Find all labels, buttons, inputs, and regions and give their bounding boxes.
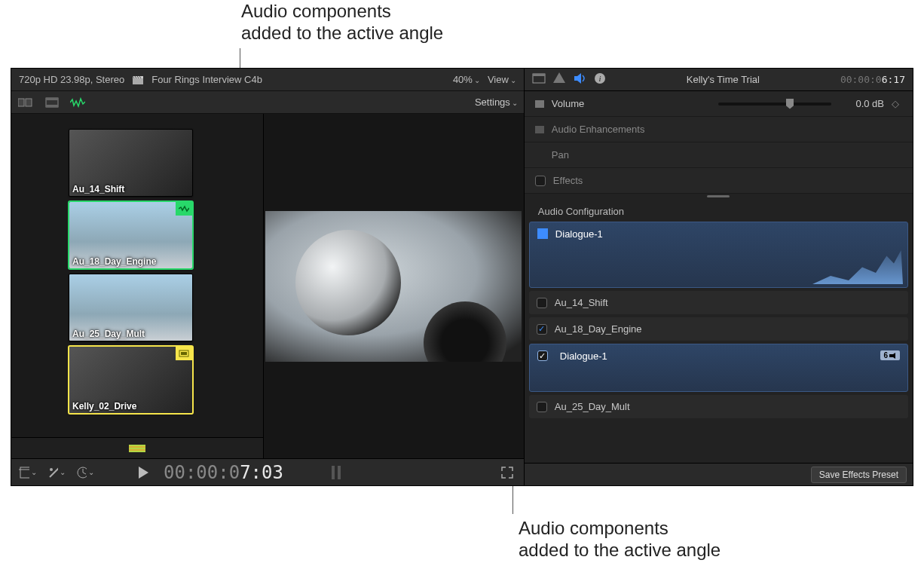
component-checkbox[interactable] xyxy=(537,350,548,361)
viewer-header: 720p HD 23.98p, Stereo Four Rings Interv… xyxy=(11,69,524,91)
angle-label: Au_25_Day_Mult xyxy=(72,329,145,339)
inspector-footer: Save Effects Preset xyxy=(525,463,913,485)
view-menu[interactable]: View⌄ xyxy=(488,74,516,85)
svg-rect-14 xyxy=(332,466,335,479)
settings-menu[interactable]: Settings⌄ xyxy=(475,96,518,108)
timecode-display[interactable]: 00:00:07:03 xyxy=(164,462,283,483)
viewer-canvas[interactable] xyxy=(264,114,524,458)
svg-rect-15 xyxy=(338,466,341,479)
angle-label: Kelly_02_Drive xyxy=(72,401,136,412)
audio-enhancements-row[interactable]: Audio Enhancements xyxy=(525,117,913,142)
generator-inspector-tab-icon[interactable] xyxy=(553,72,565,87)
callout-bottom: Audio components added to the active ang… xyxy=(519,517,805,561)
svg-text:i: i xyxy=(598,74,601,83)
audio-enhancements-label: Audio Enhancements xyxy=(552,124,645,135)
angle-footer xyxy=(11,437,263,458)
volume-label: Volume xyxy=(552,98,584,109)
viewer-frame-image xyxy=(265,211,522,362)
video-active-badge-icon xyxy=(176,347,192,360)
clapper-icon[interactable] xyxy=(132,74,144,86)
component-label: Au_25_Day_Mult xyxy=(555,401,630,412)
angle-label: Au_14_Shift xyxy=(72,184,124,194)
svg-marker-22 xyxy=(889,353,895,359)
audio-inspector-tab-icon[interactable] xyxy=(573,72,586,87)
transport-bar: ⌄ ⌄ ⌄ 00:00:07:03 xyxy=(11,458,524,485)
config-component[interactable]: Au_25_Day_Mult xyxy=(529,395,908,418)
angle-toolbar: Settings⌄ xyxy=(11,91,524,114)
format-text: 720p HD 23.98p, Stereo xyxy=(19,74,124,85)
svg-rect-8 xyxy=(181,352,187,355)
svg-rect-3 xyxy=(26,99,32,106)
volume-value: 0.0 dB xyxy=(839,98,884,109)
config-component[interactable]: Au_14_Shift xyxy=(529,291,908,314)
svg-rect-17 xyxy=(533,74,545,76)
angle-thumb[interactable]: Au_25_Day_Mult xyxy=(69,274,193,341)
component-checkbox[interactable] xyxy=(537,402,547,412)
waveform-icon[interactable] xyxy=(69,96,87,109)
angle-thumb[interactable]: Kelly_02_Drive xyxy=(69,346,193,414)
video-audio-switch-icon[interactable] xyxy=(17,96,35,109)
save-effects-preset-button[interactable]: Save Effects Preset xyxy=(811,467,907,483)
angle-thumb[interactable]: Au_14_Shift xyxy=(69,129,193,197)
effects-label: Effects xyxy=(553,175,583,186)
inspector-clip-name: Kelly's Time Trial xyxy=(687,74,760,85)
play-button[interactable] xyxy=(135,465,153,480)
pan-row[interactable]: Pan xyxy=(525,142,913,168)
disclosure-icon[interactable] xyxy=(535,126,544,133)
angle-label: Au_18_Day_Engine xyxy=(72,256,156,267)
pan-label: Pan xyxy=(552,149,569,161)
channel-badge[interactable]: 6 xyxy=(880,350,900,360)
inspector-panel: i Kelly's Time Trial 00:00:06:17 Volume … xyxy=(525,69,913,485)
svg-point-12 xyxy=(78,467,87,478)
audio-meter-icon[interactable] xyxy=(327,465,345,480)
role-color-icon xyxy=(537,228,548,239)
component-checkbox[interactable] xyxy=(537,324,547,335)
svg-marker-18 xyxy=(553,72,565,83)
subcomponent-label: Dialogue-1 xyxy=(555,350,607,362)
svg-marker-13 xyxy=(139,467,148,479)
angle-thumb[interactable]: Au_18_Day_Engine xyxy=(69,201,193,269)
effects-row[interactable]: Effects xyxy=(525,168,913,194)
svg-point-11 xyxy=(50,468,53,471)
svg-rect-9 xyxy=(20,467,29,478)
svg-rect-0 xyxy=(133,78,143,84)
config-role-label: Dialogue-1 xyxy=(555,228,603,240)
config-component[interactable]: Au_18_Day_Engine xyxy=(529,317,908,341)
inspector-header: i Kelly's Time Trial 00:00:06:17 xyxy=(525,69,913,91)
audio-config-header: Audio Configuration xyxy=(525,198,913,222)
config-subcomponent[interactable]: Dialogue-1 6 xyxy=(529,344,908,392)
zoom-menu[interactable]: 40%⌄ xyxy=(453,74,480,85)
retime-tool-icon[interactable]: ⌄ xyxy=(76,465,94,480)
audio-config-list: Dialogue-1 Au_14_Shift Au_18_Day_Engine … xyxy=(525,222,913,463)
audio-active-badge-icon xyxy=(176,202,192,216)
svg-rect-5 xyxy=(46,98,58,100)
video-inspector-tab-icon[interactable] xyxy=(532,73,546,86)
enhance-tool-icon[interactable]: ⌄ xyxy=(47,465,66,480)
filmstrip-icon[interactable] xyxy=(43,96,61,109)
waveform-thumb-icon xyxy=(812,246,903,284)
clip-title: Four Rings Interview C4b xyxy=(151,74,262,85)
fullscreen-icon[interactable] xyxy=(498,465,516,480)
crop-tool-icon[interactable]: ⌄ xyxy=(19,465,37,480)
volume-row: Volume 0.0 dB ◇ xyxy=(525,91,913,117)
angle-bank-icon[interactable] xyxy=(129,445,145,452)
component-label: Au_18_Day_Engine xyxy=(555,323,642,335)
svg-rect-2 xyxy=(18,99,24,106)
info-inspector-tab-icon[interactable]: i xyxy=(594,72,606,87)
svg-rect-21 xyxy=(537,228,548,239)
viewer-column xyxy=(264,114,524,458)
component-label: Au_14_Shift xyxy=(555,297,608,308)
disclosure-icon[interactable] xyxy=(535,100,544,108)
component-checkbox[interactable] xyxy=(537,298,547,308)
volume-slider[interactable] xyxy=(718,103,831,106)
app-window: 720p HD 23.98p, Stereo Four Rings Interv… xyxy=(11,68,913,486)
inspector-timecode: 00:00:06:17 xyxy=(840,74,905,85)
callout-top: Audio components added to the active ang… xyxy=(241,0,528,44)
svg-rect-6 xyxy=(46,105,58,107)
viewer-panel: 720p HD 23.98p, Stereo Four Rings Interv… xyxy=(11,69,525,485)
angle-viewer: Au_14_Shift Au_18_Day_Engine Au_25_Day_M… xyxy=(11,114,264,458)
config-role[interactable]: Dialogue-1 xyxy=(529,222,908,288)
keyframe-icon[interactable]: ◇ xyxy=(892,98,902,109)
effects-checkbox[interactable] xyxy=(535,176,546,186)
